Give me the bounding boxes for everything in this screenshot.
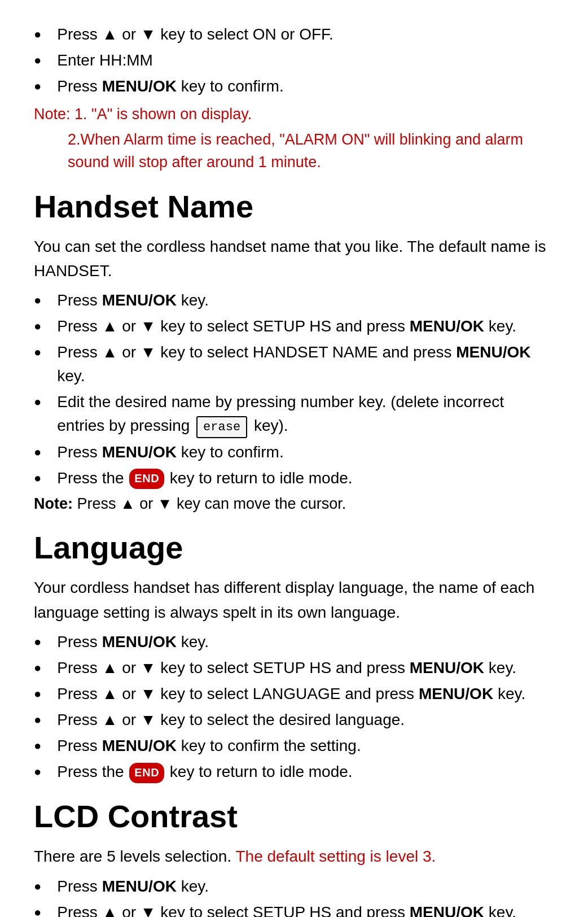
list-item: ● Press MENU/OK key to confirm. (34, 75, 554, 98)
list-item-text: Press the END key to return to idle mode… (57, 466, 554, 490)
list-item-text: Press MENU/OK key. (57, 289, 554, 312)
arrow-down-icon (141, 25, 156, 43)
bullet-dot: ● (34, 877, 41, 896)
list-item: ● Enter HH:MM (34, 49, 554, 72)
list-item: ● Press or key to select the desired lan… (34, 708, 554, 732)
language-bullets: ● Press MENU/OK key. ● Press or key to s… (34, 630, 554, 784)
arrow-down-icon (141, 317, 156, 335)
arrow-up-icon (102, 25, 118, 43)
arrow-up-icon (102, 711, 118, 728)
bullet-dot: ● (34, 903, 41, 917)
bullet-dot: ● (34, 684, 41, 703)
language-intro: Your cordless handset has different disp… (34, 575, 554, 625)
lcd-contrast-intro: There are 5 levels selection. The defaul… (34, 844, 554, 868)
list-item-text: Press MENU/OK key to confirm. (57, 75, 554, 98)
arrow-down-icon (141, 659, 156, 676)
lcd-contrast-section: LCD Contrast There are 5 levels selectio… (34, 797, 554, 917)
list-item: ● Press or key to select SETUP HS and pr… (34, 656, 554, 680)
list-item-text: Edit the desired name by pressing number… (57, 390, 554, 438)
list-item-text: Press or key to select SETUP HS and pres… (57, 315, 554, 338)
bold-text: MENU/OK (410, 659, 484, 676)
list-item: ● Edit the desired name by pressing numb… (34, 390, 554, 438)
bullet-dot: ● (34, 25, 41, 43)
arrow-down-icon (157, 495, 173, 512)
list-item-text: Press or key to select ON or OFF. (57, 23, 554, 46)
bullet-dot: ● (34, 77, 41, 95)
bullet-dot: ● (34, 710, 41, 729)
arrow-down-icon (141, 343, 156, 361)
arrow-up-icon (102, 343, 118, 361)
list-item-text: Press the END key to return to idle mode… (57, 760, 554, 784)
note-line-2: 2.When Alarm time is reached, "ALARM ON"… (34, 128, 554, 174)
bullet-dot: ● (34, 51, 41, 69)
lcd-contrast-bullets: ● Press MENU/OK key. ● Press or key to s… (34, 875, 554, 917)
intro-bullet-list: ● Press or key to select ON or OFF. ● En… (34, 23, 554, 98)
list-item-text: Press MENU/OK key to confirm. (57, 440, 554, 464)
list-item-text: Press or key to select SETUP HS and pres… (57, 901, 554, 917)
handset-name-bullets: ● Press MENU/OK key. ● Press or key to s… (34, 289, 554, 490)
bullet-dot: ● (34, 632, 41, 651)
language-section: Language Your cordless handset has diffe… (34, 529, 554, 784)
bold-text: MENU/OK (102, 877, 177, 895)
bold-text: MENU/OK (410, 903, 484, 917)
list-item: ● Press MENU/OK key. (34, 630, 554, 654)
arrow-up-icon (102, 685, 118, 702)
bold-text: MENU/OK (102, 77, 177, 95)
list-item-text: Press MENU/OK key. (57, 875, 554, 898)
handset-name-intro: You can set the cordless handset name th… (34, 234, 554, 283)
end-key: END (129, 469, 164, 489)
list-item: ● Press or key to select LANGUAGE and pr… (34, 682, 554, 706)
list-item-text: Press or key to select LANGUAGE and pres… (57, 682, 554, 706)
arrow-down-icon (141, 903, 156, 917)
bullet-dot: ● (34, 443, 41, 461)
note-block: Note: 1. "A" is shown on display. 2.When… (34, 103, 554, 174)
list-item-text: Press or key to select the desired langu… (57, 708, 554, 732)
list-item-text: Press or key to select HANDSET NAME and … (57, 340, 554, 388)
bullet-dot: ● (34, 658, 41, 677)
bullet-dot: ● (34, 343, 41, 361)
bullet-dot: ● (34, 392, 41, 411)
handset-name-title: Handset Name (34, 187, 554, 225)
arrow-down-icon (141, 685, 156, 702)
end-key: END (129, 763, 164, 783)
list-item-text: Press MENU/OK key to confirm the setting… (57, 734, 554, 758)
arrow-up-icon (102, 903, 118, 917)
list-item-text: Enter HH:MM (57, 49, 554, 72)
bullet-dot: ● (34, 469, 41, 487)
list-item: ● Press the END key to return to idle mo… (34, 466, 554, 490)
bold-text: MENU/OK (102, 443, 177, 461)
erase-key: erase (196, 416, 247, 438)
handset-note-line: Note: Press or key can move the cursor. (34, 492, 554, 516)
bullet-dot: ● (34, 317, 41, 335)
list-item-text: Press or key to select SETUP HS and pres… (57, 656, 554, 680)
list-item-text: Press MENU/OK key. (57, 630, 554, 654)
list-item: ● Press or key to select HANDSET NAME an… (34, 340, 554, 388)
bold-text: MENU/OK (419, 685, 493, 702)
list-item: ● Press or key to select SETUP HS and pr… (34, 315, 554, 338)
arrow-up-icon (102, 659, 118, 676)
bold-text: MENU/OK (102, 633, 177, 650)
default-setting-text: The default setting is level 3. (235, 848, 436, 865)
list-item: ● Press MENU/OK key to confirm. (34, 440, 554, 464)
handset-name-section: Handset Name You can set the cordless ha… (34, 187, 554, 516)
list-item: ● Press the END key to return to idle mo… (34, 760, 554, 784)
bold-text: MENU/OK (410, 317, 484, 335)
lcd-contrast-title: LCD Contrast (34, 797, 554, 835)
language-title: Language (34, 529, 554, 566)
arrow-up-icon (120, 495, 135, 512)
note-line-1: Note: 1. "A" is shown on display. (34, 103, 554, 126)
list-item: ● Press or key to select ON or OFF. (34, 23, 554, 46)
bold-text: MENU/OK (102, 737, 177, 754)
list-item: ● Press or key to select SETUP HS and pr… (34, 901, 554, 917)
arrow-down-icon (141, 711, 156, 728)
bullet-dot: ● (34, 736, 41, 755)
bullet-dot: ● (34, 762, 41, 781)
bold-text: MENU/OK (102, 291, 177, 309)
bullet-dot: ● (34, 291, 41, 309)
bold-text: MENU/OK (456, 343, 530, 361)
list-item: ● Press MENU/OK key. (34, 875, 554, 898)
arrow-up-icon (102, 317, 118, 335)
list-item: ● Press MENU/OK key to confirm the setti… (34, 734, 554, 758)
list-item: ● Press MENU/OK key. (34, 289, 554, 312)
